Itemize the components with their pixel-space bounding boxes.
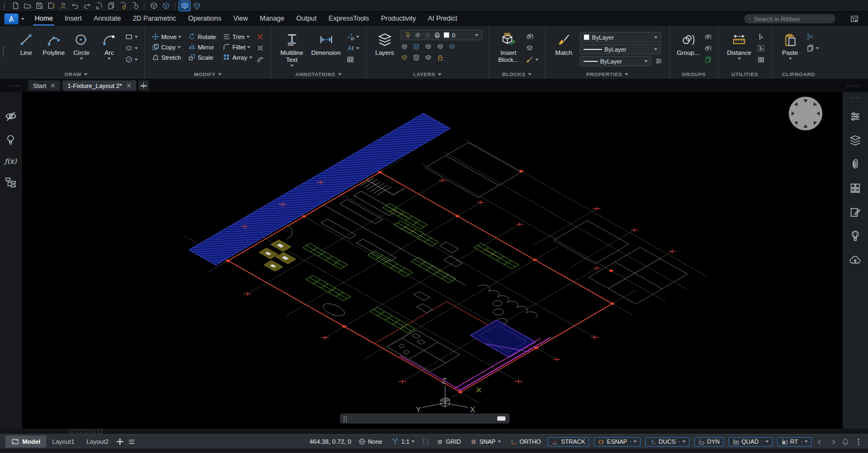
tab-ai-predict[interactable]: AI Predict bbox=[422, 12, 463, 26]
tab-insert[interactable]: Insert bbox=[59, 12, 87, 26]
snap-toggle[interactable]: SNAP bbox=[468, 438, 503, 446]
layer-tool-states[interactable] bbox=[413, 53, 425, 62]
floating-command-bar[interactable] bbox=[340, 414, 509, 423]
block-editor-button[interactable] bbox=[525, 32, 538, 41]
text-style-button[interactable] bbox=[346, 43, 359, 53]
sheets-annotate-icon[interactable] bbox=[849, 206, 861, 218]
copy-button[interactable]: Copy bbox=[151, 42, 181, 52]
open-button[interactable] bbox=[22, 1, 33, 11]
layout2-tab[interactable]: Layout2 bbox=[80, 436, 115, 447]
scale-button[interactable]: Scale bbox=[188, 53, 216, 62]
notifications-bell-icon[interactable] bbox=[841, 438, 850, 446]
display-settings-button[interactable] bbox=[179, 1, 190, 11]
hatch-button[interactable] bbox=[125, 55, 138, 64]
hide-objects-eye-icon[interactable] bbox=[4, 110, 17, 123]
select-button[interactable] bbox=[757, 32, 765, 41]
rectangle-button[interactable] bbox=[125, 32, 138, 41]
group-edit-button[interactable] bbox=[704, 32, 712, 41]
esnap-caret-icon[interactable] bbox=[633, 441, 637, 443]
dyn-toggle[interactable]: DYN bbox=[694, 437, 724, 446]
rt-toggle[interactable]: RT bbox=[777, 437, 812, 446]
array-button[interactable]: Array bbox=[223, 53, 252, 62]
tab-annotate[interactable]: Annotate bbox=[88, 12, 127, 26]
tab-nav-last-button[interactable] bbox=[91, 430, 96, 433]
quick-calc-button[interactable] bbox=[757, 55, 765, 64]
dimension-style-caret-icon[interactable] bbox=[356, 36, 359, 38]
blocks-panel-caret-icon[interactable] bbox=[528, 73, 531, 76]
multiline-text-caret-icon[interactable] bbox=[290, 65, 294, 67]
group-select-button[interactable] bbox=[704, 55, 712, 64]
multiline-text-button[interactable]: Multiline Text bbox=[278, 30, 306, 67]
cloud-upload-icon[interactable] bbox=[849, 254, 861, 266]
annotation-scale-control[interactable]: 1:1 bbox=[389, 437, 417, 446]
layer-select[interactable]: 0 bbox=[401, 30, 482, 40]
status-overflow-kebab-icon[interactable] bbox=[854, 438, 863, 446]
tab-nav-prev-button[interactable] bbox=[77, 430, 81, 433]
tab-output[interactable]: Output bbox=[290, 12, 323, 26]
redo-button[interactable] bbox=[81, 1, 92, 11]
circle-caret-icon[interactable] bbox=[80, 58, 83, 60]
blocks-panel-icon[interactable] bbox=[849, 182, 861, 194]
trim-button[interactable]: Trim bbox=[223, 32, 252, 41]
modify-panel-caret-icon[interactable] bbox=[218, 73, 221, 76]
assistant-balloon-icon[interactable] bbox=[849, 230, 861, 242]
app-menu-caret-icon[interactable] bbox=[21, 18, 24, 20]
ucs-indicator[interactable]: None bbox=[356, 437, 384, 446]
share-button[interactable] bbox=[58, 1, 68, 11]
model-tab[interactable]: Model bbox=[5, 436, 46, 448]
rotate-button[interactable]: Rotate bbox=[188, 32, 216, 41]
copy-caret-icon[interactable] bbox=[178, 46, 181, 48]
block-attach-button[interactable] bbox=[525, 43, 538, 53]
fillet-caret-icon[interactable] bbox=[247, 46, 250, 48]
linetype-select[interactable]: ByLayer bbox=[580, 44, 661, 54]
doc-tab-start[interactable]: Start bbox=[28, 80, 60, 91]
move-button[interactable]: Move bbox=[151, 32, 181, 41]
left-panel-drag-handle[interactable] bbox=[8, 85, 22, 87]
protect-button[interactable] bbox=[129, 1, 140, 11]
copy-sheet-button[interactable] bbox=[105, 1, 116, 11]
ribbon-drag-handle[interactable] bbox=[2, 47, 4, 56]
circle-button[interactable]: Circle bbox=[69, 30, 93, 60]
new-drawing-button[interactable] bbox=[10, 1, 21, 11]
toolbar-drag-handle[interactable] bbox=[3, 2, 5, 10]
tips-lightbulb-icon[interactable] bbox=[4, 134, 17, 146]
layer-tool-unisolate[interactable] bbox=[413, 42, 425, 51]
lineweight-select-caret-icon[interactable] bbox=[644, 60, 648, 62]
offset-button[interactable] bbox=[256, 55, 264, 64]
fields-fx-icon[interactable]: ƒ(x) bbox=[4, 157, 16, 165]
right-toolbar-drag-handle[interactable] bbox=[850, 97, 861, 99]
save-as-button[interactable] bbox=[46, 1, 56, 11]
stretch-button[interactable]: Stretch bbox=[151, 53, 181, 62]
group-button[interactable]: Group... bbox=[676, 30, 700, 56]
tab-nav-menu-button[interactable] bbox=[98, 430, 103, 433]
cut-button[interactable] bbox=[806, 32, 819, 41]
doc-tab-drawing[interactable]: 1-Fixture_Layout 2* bbox=[62, 80, 136, 91]
draw-panel-caret-icon[interactable] bbox=[84, 73, 87, 76]
scale-caret-icon[interactable] bbox=[411, 441, 415, 443]
layer-tool-add[interactable] bbox=[448, 42, 460, 51]
distance-caret-icon[interactable] bbox=[738, 58, 741, 60]
tab-nav-first-button[interactable] bbox=[69, 430, 74, 433]
quad-caret-icon[interactable] bbox=[765, 441, 769, 443]
ortho-toggle[interactable]: ORTHO bbox=[508, 438, 543, 446]
tab-2d-parametric[interactable]: 2D Parametric bbox=[127, 12, 182, 26]
trim-caret-icon[interactable] bbox=[246, 36, 250, 38]
status-scroll-right-button[interactable] bbox=[829, 438, 837, 445]
ellipse-caret-icon[interactable] bbox=[135, 47, 138, 49]
ungroup-button[interactable] bbox=[704, 43, 712, 53]
lineweight-select[interactable]: ByLayer bbox=[580, 56, 651, 66]
new-tab-button[interactable] bbox=[138, 80, 149, 91]
close-start-tab-icon[interactable] bbox=[50, 83, 55, 88]
paste-caret-icon[interactable] bbox=[789, 58, 792, 60]
grid-toggle[interactable]: GRID bbox=[434, 438, 463, 446]
close-drawing-tab-icon[interactable] bbox=[126, 83, 131, 88]
match-properties-button[interactable]: Match bbox=[552, 30, 576, 56]
coordinates-readout[interactable]: 464.38, 0.72, 0 bbox=[309, 438, 351, 445]
annotation-brackets-icon[interactable] bbox=[422, 438, 429, 445]
visual-style-button[interactable] bbox=[191, 1, 202, 11]
properties-sliders-icon[interactable] bbox=[849, 110, 861, 123]
copy-clip-button[interactable] bbox=[806, 43, 819, 53]
view-cube-a-button[interactable] bbox=[148, 1, 159, 11]
explode-button[interactable] bbox=[256, 43, 264, 53]
text-style-caret-icon[interactable] bbox=[356, 47, 359, 49]
